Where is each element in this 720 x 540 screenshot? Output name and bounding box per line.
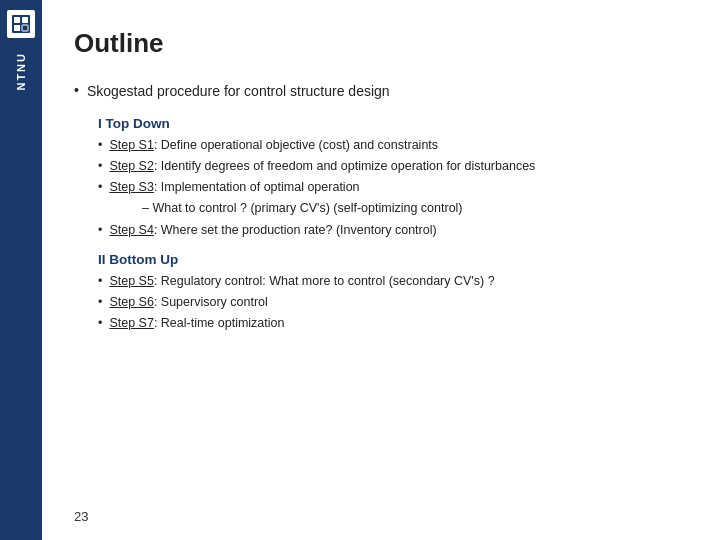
step-s3-text: Step S3: Implementation of optimal opera…	[109, 178, 359, 196]
step-s1-desc: : Define operational objective (cost) an…	[154, 138, 438, 152]
step-s1-bullet: •	[98, 136, 102, 154]
step-s3-desc: : Implementation of optimal operation	[154, 180, 360, 194]
step-s4-bullet: •	[98, 221, 102, 239]
step-s7: • Step S7: Real-time optimization	[98, 314, 688, 332]
step-s2-bullet: •	[98, 157, 102, 175]
step-s2-label: Step S2	[109, 159, 153, 173]
step-s2-desc: : Identify degrees of freedom and optimi…	[154, 159, 535, 173]
step-s2-text: Step S2: Identify degrees of freedom and…	[109, 157, 535, 175]
step-s5: • Step S5: Regulatory control: What more…	[98, 272, 688, 290]
step-s7-label: Step S7	[109, 316, 153, 330]
svg-rect-3	[14, 25, 20, 31]
step-s6-text: Step S6: Supervisory control	[109, 293, 267, 311]
skogestad-label: Skogestad procedure for control structur…	[87, 81, 390, 102]
step-s7-text: Step S7: Real-time optimization	[109, 314, 284, 332]
section-II: II Bottom Up • Step S5: Regulatory contr…	[98, 252, 688, 335]
svg-rect-1	[14, 17, 20, 23]
step-s5-text: Step S5: Regulatory control: What more t…	[109, 272, 494, 290]
step-s3-bullet: •	[98, 178, 102, 196]
bullet-dot: •	[74, 81, 79, 101]
svg-rect-4	[22, 25, 28, 31]
step-s4: • Step S4: Where set the production rate…	[98, 221, 688, 239]
step-s6-desc: : Supervisory control	[154, 295, 268, 309]
main-content: Outline • Skogestad procedure for contro…	[42, 0, 720, 540]
ntnu-logo	[7, 10, 35, 38]
step-s4-text: Step S4: Where set the production rate? …	[109, 221, 436, 239]
svg-rect-2	[22, 17, 28, 23]
step-s6-label: Step S6	[109, 295, 153, 309]
step-s2: • Step S2: Identify degrees of freedom a…	[98, 157, 688, 175]
step-s3: • Step S3: Implementation of optimal ope…	[98, 178, 688, 196]
sidebar-ntnu-text: NTNU	[15, 52, 27, 91]
step-s4-list: • Step S4: Where set the production rate…	[98, 221, 688, 239]
step-s7-desc: : Real-time optimization	[154, 316, 285, 330]
step-s1-label: Step S1	[109, 138, 153, 152]
step-s4-desc: : Where set the production rate? (Invent…	[154, 223, 437, 237]
step-s5-desc: : Regulatory control: What more to contr…	[154, 274, 495, 288]
section-II-heading: II Bottom Up	[98, 252, 688, 267]
step-s6: • Step S6: Supervisory control	[98, 293, 688, 311]
step-s3-label: Step S3	[109, 180, 153, 194]
step-s5-bullet: •	[98, 272, 102, 290]
step-s7-bullet: •	[98, 314, 102, 332]
sub-indent-cv: – What to control ? (primary CV's) (self…	[142, 199, 688, 217]
page-number: 23	[74, 509, 88, 524]
step-s6-bullet: •	[98, 293, 102, 311]
sidebar: NTNU	[0, 0, 42, 540]
page-title: Outline	[74, 28, 688, 59]
section-I: I Top Down • Step S1: Define operational…	[98, 116, 688, 242]
main-bullet-item: • Skogestad procedure for control struct…	[74, 81, 688, 102]
section-I-steps: • Step S1: Define operational objective …	[98, 136, 688, 196]
section-I-heading: I Top Down	[98, 116, 688, 131]
step-s1: • Step S1: Define operational objective …	[98, 136, 688, 154]
step-s1-text: Step S1: Define operational objective (c…	[109, 136, 438, 154]
step-s5-label: Step S5	[109, 274, 153, 288]
step-s4-label: Step S4	[109, 223, 153, 237]
section-II-steps: • Step S5: Regulatory control: What more…	[98, 272, 688, 332]
